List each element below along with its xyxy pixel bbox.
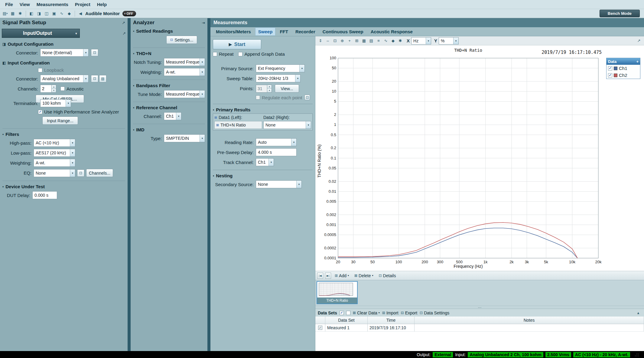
regulate-checkbox[interactable] bbox=[256, 95, 260, 100]
fit-horizontal-icon[interactable]: ⇔ bbox=[324, 38, 331, 44]
first-graph-icon[interactable]: |◀ bbox=[317, 273, 323, 279]
tab-recorder[interactable]: Recorder bbox=[292, 28, 318, 36]
eq-dropdown[interactable]: None ▾ bbox=[34, 169, 75, 177]
delete-graph-button[interactable]: ⊠ Delete ▾ bbox=[353, 273, 375, 279]
dataset-row-checkbox[interactable]: ✓ bbox=[318, 326, 322, 330]
weighting-dropdown[interactable]: A-wt. ▾ bbox=[34, 159, 75, 167]
tab-acoustic-response[interactable]: Acoustic Response bbox=[368, 28, 416, 36]
generator-wave-icon[interactable]: ∿ bbox=[58, 10, 65, 17]
sweep-table-dropdown[interactable]: 20Hz-20kHz 1/3 ▾ bbox=[256, 74, 301, 82]
sequence-view-icon[interactable]: ◫ bbox=[43, 10, 50, 17]
tune-mode-dropdown[interactable]: Measured Freque ▾ bbox=[164, 90, 205, 98]
table-view-icon[interactable]: ▤ bbox=[368, 38, 375, 44]
trace-style-icon[interactable]: ≡ bbox=[375, 38, 382, 44]
speaker-icon[interactable]: ◀ bbox=[77, 10, 84, 17]
hp-sine-checkbox[interactable]: ✓ bbox=[38, 110, 42, 114]
resize-grip-icon[interactable]: .:: bbox=[635, 352, 639, 357]
high-pass-dropdown[interactable]: AC (<10 Hz) ▾ bbox=[34, 139, 75, 147]
zoom-icon[interactable]: ⊕ bbox=[339, 38, 346, 44]
repeat-checkbox[interactable] bbox=[213, 52, 217, 56]
add-graph-button[interactable]: ⊞ Add ▾ bbox=[333, 273, 351, 279]
clear-data-button[interactable]: ⊠ Clear Data ▾ bbox=[353, 310, 380, 315]
panel-divider[interactable] bbox=[207, 18, 210, 351]
low-pass-dropdown[interactable]: AES17 (20 kHz) ▾ bbox=[34, 149, 75, 157]
output-settings-icon[interactable]: ⊡ bbox=[91, 49, 98, 56]
horizontal-splitter[interactable]: ··· bbox=[315, 306, 644, 309]
marker-icon[interactable]: ◆ bbox=[390, 38, 396, 44]
import-button[interactable]: ⊞ Import bbox=[382, 310, 398, 315]
data2-dropdown[interactable]: None ▾ bbox=[263, 121, 311, 129]
notch-tuning-dropdown[interactable]: Measured Freque ▾ bbox=[164, 58, 205, 66]
signal-path-view-icon[interactable]: ◧ bbox=[28, 10, 35, 17]
thdn-weighting-dropdown[interactable]: A-wt. ▾ bbox=[164, 68, 205, 76]
channels-value-input[interactable] bbox=[40, 85, 51, 93]
fit-vertical-icon[interactable]: ⇕ bbox=[317, 38, 324, 44]
panel-collapse-icon[interactable]: ⇥ bbox=[202, 21, 205, 25]
measurements-view-icon[interactable]: ◨ bbox=[36, 10, 42, 17]
graph-popout-icon[interactable]: ↗ bbox=[636, 38, 642, 44]
dataset-notes-column[interactable]: Notes bbox=[415, 317, 644, 324]
new-project-icon[interactable]: ▤▾ bbox=[2, 10, 8, 17]
settings-gear-icon[interactable]: ✱ bbox=[17, 10, 24, 17]
legend-item-ch1[interactable]: ✓ Ch1 bbox=[607, 65, 640, 72]
tab-continuous-sweep[interactable]: Continuous Sweep bbox=[320, 28, 366, 36]
tab-monitors-meters[interactable]: Monitors/Meters bbox=[213, 28, 254, 36]
output-connector-dropdown[interactable]: None (External) ▾ bbox=[40, 49, 89, 57]
dataset-name-column[interactable]: Data Set bbox=[325, 317, 368, 324]
waveform-icon[interactable]: ∿ bbox=[382, 38, 389, 44]
ch1-checkbox[interactable]: ✓ bbox=[608, 66, 612, 71]
bench-mode-button[interactable]: Bench Mode bbox=[600, 10, 640, 17]
regulate-settings-icon[interactable]: ⊡ bbox=[304, 95, 310, 100]
io-popout-icon[interactable]: ↗ bbox=[122, 31, 126, 36]
report-view-icon[interactable]: ▣ bbox=[51, 10, 57, 17]
track-channel-dropdown[interactable]: Ch1 ▾ bbox=[256, 158, 274, 166]
panel-divider[interactable] bbox=[128, 18, 131, 351]
legend-pin-icon[interactable]: + bbox=[636, 59, 639, 64]
dataset-notes-cell[interactable] bbox=[415, 324, 644, 331]
pre-sweep-delay-input[interactable] bbox=[256, 148, 297, 156]
input-range-button[interactable]: Input Range... bbox=[42, 117, 78, 125]
legend-item-ch2[interactable]: ✓ Ch2 bbox=[607, 72, 640, 79]
fit-both-icon[interactable]: ⊡ bbox=[332, 38, 338, 44]
spin-down-icon[interactable]: ▾ bbox=[52, 89, 56, 93]
last-graph-icon[interactable]: ▶| bbox=[325, 273, 331, 279]
ref-channel-dropdown[interactable]: Ch1 ▾ bbox=[164, 112, 181, 120]
menu-project[interactable]: Project bbox=[72, 1, 94, 8]
export-button[interactable]: ⊟ Export bbox=[401, 310, 418, 315]
tab-fft[interactable]: FFT bbox=[277, 28, 291, 36]
zoom-region-icon[interactable]: ⊞ bbox=[353, 38, 360, 44]
thumbnail-thdn-ratio[interactable]: THD+N Ratio bbox=[317, 281, 358, 304]
menu-measurements[interactable]: Measurements bbox=[33, 1, 72, 8]
select-none-datasets-checkbox[interactable] bbox=[346, 311, 350, 315]
input-connector-dropdown[interactable]: Analog Unbalanced ▾ bbox=[40, 75, 89, 83]
thdn-ratio-plot[interactable]: 1005020105210.50.20.10.050.020.010.0050.… bbox=[321, 56, 602, 267]
channels-stepper[interactable]: ▴▾ bbox=[40, 85, 56, 93]
menu-view[interactable]: View bbox=[16, 1, 33, 8]
acoustic-checkbox[interactable] bbox=[60, 87, 65, 91]
termination-dropdown[interactable]: 100 kohm ▾ bbox=[40, 99, 71, 107]
append-checkbox[interactable] bbox=[238, 52, 242, 56]
meter-view-icon[interactable]: ◆ bbox=[66, 10, 73, 17]
dataset-time-column[interactable]: Time bbox=[368, 317, 415, 324]
points-value-input[interactable] bbox=[256, 85, 267, 93]
spin-up-icon[interactable]: ▴ bbox=[52, 85, 56, 89]
y-unit-dropdown[interactable]: % ▾ bbox=[439, 37, 459, 44]
audible-monitor-toggle[interactable]: ● OFF bbox=[122, 11, 136, 16]
data-settings-button[interactable]: ⊡ Data Settings bbox=[420, 310, 449, 315]
spin-up-icon[interactable]: ▴ bbox=[267, 85, 272, 89]
dut-delay-input[interactable] bbox=[32, 191, 57, 199]
points-stepper[interactable]: ▴▾ bbox=[256, 85, 272, 93]
io-selector-dropdown[interactable]: Input/Output ▾ bbox=[2, 29, 80, 38]
imd-type-dropdown[interactable]: SMPTE/DIN ▾ bbox=[164, 134, 205, 142]
tab-sweep[interactable]: Sweep bbox=[255, 28, 276, 36]
collapse-datasets-icon[interactable]: ▴ bbox=[635, 310, 642, 316]
view-points-button[interactable]: View... bbox=[275, 84, 299, 93]
menu-help[interactable]: Help bbox=[94, 1, 110, 8]
settled-settings-button[interactable]: ⊡ Settings... bbox=[166, 36, 197, 44]
primary-source-dropdown[interactable]: Ext Frequency ▾ bbox=[256, 64, 305, 72]
grid-toggle-icon[interactable]: ▦ bbox=[361, 38, 367, 44]
input-settings-icon[interactable]: ⊡ bbox=[91, 75, 98, 82]
menu-file[interactable]: File bbox=[2, 1, 16, 8]
reading-rate-dropdown[interactable]: Auto ▾ bbox=[256, 138, 297, 146]
pan-icon[interactable]: + bbox=[346, 38, 353, 44]
